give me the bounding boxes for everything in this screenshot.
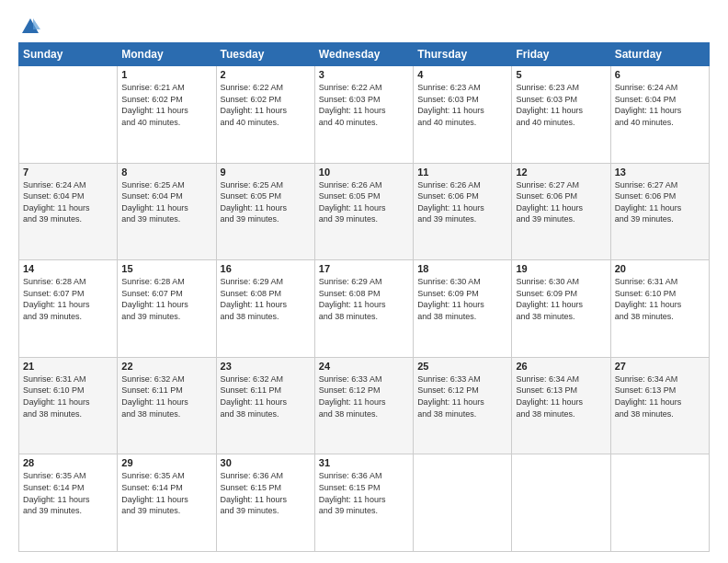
calendar-cell: 14Sunrise: 6:28 AM Sunset: 6:07 PM Dayli…: [19, 260, 118, 358]
calendar-week-row: 14Sunrise: 6:28 AM Sunset: 6:07 PM Dayli…: [19, 260, 710, 358]
calendar-week-row: 21Sunrise: 6:31 AM Sunset: 6:10 PM Dayli…: [19, 357, 710, 454]
calendar-header-tuesday: Tuesday: [216, 43, 314, 66]
day-number: 4: [417, 69, 507, 80]
calendar-cell: 28Sunrise: 6:35 AM Sunset: 6:14 PM Dayli…: [19, 454, 118, 552]
calendar-cell: [512, 454, 610, 552]
day-number: 3: [319, 69, 409, 80]
calendar-cell: [414, 454, 512, 552]
cell-info: Sunrise: 6:36 AM Sunset: 6:15 PM Dayligh…: [221, 470, 311, 516]
calendar-cell: 31Sunrise: 6:36 AM Sunset: 6:15 PM Dayli…: [314, 454, 413, 552]
calendar-cell: 4Sunrise: 6:23 AM Sunset: 6:03 PM Daylig…: [414, 66, 512, 164]
day-number: 10: [319, 167, 409, 178]
calendar-cell: 30Sunrise: 6:36 AM Sunset: 6:15 PM Dayli…: [216, 454, 314, 552]
day-number: 17: [319, 263, 409, 274]
calendar-week-row: 28Sunrise: 6:35 AM Sunset: 6:14 PM Dayli…: [19, 454, 710, 552]
cell-info: Sunrise: 6:31 AM Sunset: 6:10 PM Dayligh…: [615, 276, 705, 322]
calendar-header-row: SundayMondayTuesdayWednesdayThursdayFrid…: [19, 43, 710, 66]
calendar-cell: 16Sunrise: 6:29 AM Sunset: 6:08 PM Dayli…: [216, 260, 314, 358]
cell-info: Sunrise: 6:28 AM Sunset: 6:07 PM Dayligh…: [121, 276, 211, 322]
calendar-cell: 25Sunrise: 6:33 AM Sunset: 6:12 PM Dayli…: [414, 357, 512, 454]
calendar-cell: 8Sunrise: 6:25 AM Sunset: 6:04 PM Daylig…: [118, 163, 216, 260]
cell-info: Sunrise: 6:23 AM Sunset: 6:03 PM Dayligh…: [417, 82, 507, 128]
day-number: 15: [121, 263, 211, 274]
day-number: 8: [121, 167, 211, 178]
cell-info: Sunrise: 6:27 AM Sunset: 6:06 PM Dayligh…: [516, 179, 606, 225]
day-number: 25: [417, 361, 507, 372]
calendar-week-row: 7Sunrise: 6:24 AM Sunset: 6:04 PM Daylig…: [19, 163, 710, 260]
calendar-header-saturday: Saturday: [610, 43, 709, 66]
calendar-cell: 11Sunrise: 6:26 AM Sunset: 6:06 PM Dayli…: [414, 163, 512, 260]
calendar-header-wednesday: Wednesday: [314, 43, 413, 66]
day-number: 20: [615, 263, 705, 274]
calendar-header-friday: Friday: [512, 43, 610, 66]
cell-info: Sunrise: 6:25 AM Sunset: 6:04 PM Dayligh…: [121, 179, 211, 225]
day-number: 16: [221, 263, 311, 274]
cell-info: Sunrise: 6:21 AM Sunset: 6:02 PM Dayligh…: [121, 82, 211, 128]
cell-info: Sunrise: 6:31 AM Sunset: 6:10 PM Dayligh…: [23, 373, 113, 419]
calendar-cell: 17Sunrise: 6:29 AM Sunset: 6:08 PM Dayli…: [314, 260, 413, 358]
day-number: 28: [23, 457, 113, 468]
calendar-cell: [19, 66, 118, 164]
logo-icon: [20, 17, 40, 37]
calendar-cell: 3Sunrise: 6:22 AM Sunset: 6:03 PM Daylig…: [314, 66, 413, 164]
cell-info: Sunrise: 6:24 AM Sunset: 6:04 PM Dayligh…: [615, 82, 705, 128]
day-number: 21: [23, 361, 113, 372]
day-number: 7: [23, 167, 113, 178]
calendar-cell: 2Sunrise: 6:22 AM Sunset: 6:02 PM Daylig…: [216, 66, 314, 164]
day-number: 29: [121, 457, 211, 468]
day-number: 14: [23, 263, 113, 274]
calendar-cell: 13Sunrise: 6:27 AM Sunset: 6:06 PM Dayli…: [610, 163, 709, 260]
day-number: 18: [417, 263, 507, 274]
day-number: 13: [615, 167, 705, 178]
day-number: 1: [121, 69, 211, 80]
calendar-cell: 12Sunrise: 6:27 AM Sunset: 6:06 PM Dayli…: [512, 163, 610, 260]
day-number: 30: [221, 457, 311, 468]
calendar-cell: 29Sunrise: 6:35 AM Sunset: 6:14 PM Dayli…: [118, 454, 216, 552]
cell-info: Sunrise: 6:34 AM Sunset: 6:13 PM Dayligh…: [615, 373, 705, 419]
calendar-cell: 20Sunrise: 6:31 AM Sunset: 6:10 PM Dayli…: [610, 260, 709, 358]
calendar-cell: 6Sunrise: 6:24 AM Sunset: 6:04 PM Daylig…: [610, 66, 709, 164]
page: SundayMondayTuesdayWednesdayThursdayFrid…: [0, 0, 728, 563]
cell-info: Sunrise: 6:26 AM Sunset: 6:06 PM Dayligh…: [417, 179, 507, 225]
cell-info: Sunrise: 6:25 AM Sunset: 6:05 PM Dayligh…: [221, 179, 311, 225]
cell-info: Sunrise: 6:23 AM Sunset: 6:03 PM Dayligh…: [516, 82, 606, 128]
cell-info: Sunrise: 6:33 AM Sunset: 6:12 PM Dayligh…: [417, 373, 507, 419]
calendar-cell: 15Sunrise: 6:28 AM Sunset: 6:07 PM Dayli…: [118, 260, 216, 358]
day-number: 9: [221, 167, 311, 178]
calendar-cell: 1Sunrise: 6:21 AM Sunset: 6:02 PM Daylig…: [118, 66, 216, 164]
logo: [18, 17, 40, 33]
cell-info: Sunrise: 6:29 AM Sunset: 6:08 PM Dayligh…: [319, 276, 409, 322]
day-number: 23: [221, 361, 311, 372]
svg-marker-1: [33, 18, 40, 29]
day-number: 11: [417, 167, 507, 178]
calendar-cell: [610, 454, 709, 552]
calendar-week-row: 1Sunrise: 6:21 AM Sunset: 6:02 PM Daylig…: [19, 66, 710, 164]
calendar-header-thursday: Thursday: [414, 43, 512, 66]
calendar-cell: 7Sunrise: 6:24 AM Sunset: 6:04 PM Daylig…: [19, 163, 118, 260]
cell-info: Sunrise: 6:24 AM Sunset: 6:04 PM Dayligh…: [23, 179, 113, 225]
day-number: 19: [516, 263, 606, 274]
cell-info: Sunrise: 6:28 AM Sunset: 6:07 PM Dayligh…: [23, 276, 113, 322]
day-number: 6: [615, 69, 705, 80]
calendar-cell: 5Sunrise: 6:23 AM Sunset: 6:03 PM Daylig…: [512, 66, 610, 164]
day-number: 5: [516, 69, 606, 80]
day-number: 24: [319, 361, 409, 372]
cell-info: Sunrise: 6:35 AM Sunset: 6:14 PM Dayligh…: [121, 470, 211, 516]
day-number: 22: [121, 361, 211, 372]
day-number: 12: [516, 167, 606, 178]
cell-info: Sunrise: 6:34 AM Sunset: 6:13 PM Dayligh…: [516, 373, 606, 419]
cell-info: Sunrise: 6:26 AM Sunset: 6:05 PM Dayligh…: [319, 179, 409, 225]
cell-info: Sunrise: 6:33 AM Sunset: 6:12 PM Dayligh…: [319, 373, 409, 419]
header: [18, 17, 710, 33]
day-number: 26: [516, 361, 606, 372]
calendar-cell: 24Sunrise: 6:33 AM Sunset: 6:12 PM Dayli…: [314, 357, 413, 454]
calendar-cell: 27Sunrise: 6:34 AM Sunset: 6:13 PM Dayli…: [610, 357, 709, 454]
day-number: 27: [615, 361, 705, 372]
cell-info: Sunrise: 6:35 AM Sunset: 6:14 PM Dayligh…: [23, 470, 113, 516]
cell-info: Sunrise: 6:36 AM Sunset: 6:15 PM Dayligh…: [319, 470, 409, 516]
cell-info: Sunrise: 6:32 AM Sunset: 6:11 PM Dayligh…: [121, 373, 211, 419]
cell-info: Sunrise: 6:32 AM Sunset: 6:11 PM Dayligh…: [221, 373, 311, 419]
cell-info: Sunrise: 6:27 AM Sunset: 6:06 PM Dayligh…: [615, 179, 705, 225]
calendar-cell: 19Sunrise: 6:30 AM Sunset: 6:09 PM Dayli…: [512, 260, 610, 358]
calendar-cell: 18Sunrise: 6:30 AM Sunset: 6:09 PM Dayli…: [414, 260, 512, 358]
